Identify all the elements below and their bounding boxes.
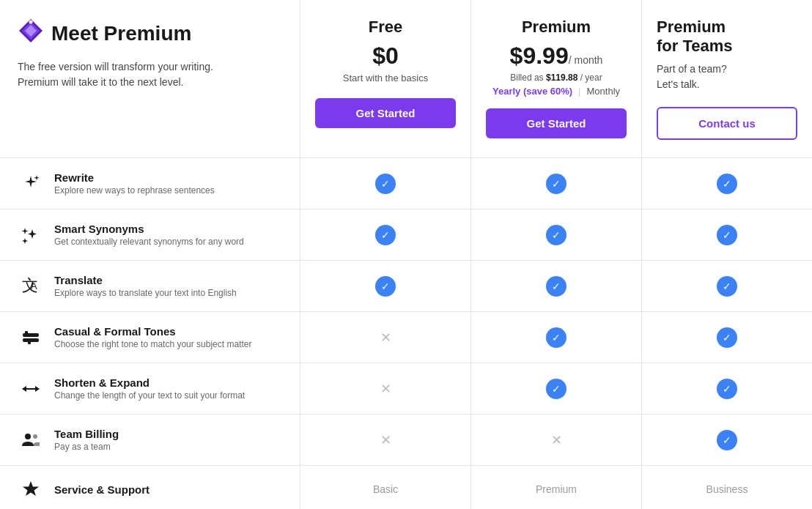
support-free-level: Basic [300,466,471,509]
premium-price-period: / month [569,54,603,66]
feature-info-tones: Casual & Formal Tones Choose the right t… [0,312,300,363]
check-icon: ✓ [375,276,396,297]
translate-icon: 文 A [21,276,41,297]
premium-support-label: Premium [536,483,577,495]
billing-teams-check: ✓ [642,415,812,465]
sparkles2-icon [21,225,41,245]
tones-icon [21,327,41,348]
premium-plan-price: $9.99/ month [510,42,603,70]
billing-toggle: Yearly (save 60%) | Monthly [492,86,620,97]
free-plan-tagline: Start with the basics [343,73,428,83]
tones-icon-wrap [18,327,44,348]
translate-text-wrap: Translate Explore ways to translate your… [54,274,237,298]
billing-premium-x: ✕ [471,415,642,465]
svg-point-10 [25,434,31,439]
check-icon: ✓ [717,430,737,450]
premium-get-started-button[interactable]: Get Started [486,108,627,138]
teams-plan-name: Premiumfor Teams [657,18,797,56]
shorten-desc: Change the length of your text to suit y… [54,390,245,401]
billing-yearly-label[interactable]: Yearly (save 60%) [492,86,572,97]
hero-column: Meet Premium The free version will trans… [0,0,300,157]
billing-text-wrap: Team Billing Pay as a team [54,428,119,452]
page-wrapper: Meet Premium The free version will trans… [0,0,812,509]
rewrite-free-check: ✓ [300,158,471,209]
free-plan-price: $0 [372,42,399,70]
hero-subtitle: The free version will transform your wri… [18,59,279,90]
free-plan-name: Free [369,18,402,37]
svg-rect-6 [23,333,39,337]
check-icon: ✓ [546,327,566,348]
team-icon [21,430,41,450]
feature-row-billing: Team Billing Pay as a team ✕ ✕ ✓ [0,415,812,466]
translate-desc: Explore ways to translate your text into… [54,288,237,298]
premium-plan-billed: Billed as $119.88 / year [510,73,602,83]
teams-plan-text: Part of a team?Let's talk. [657,62,797,92]
billing-monthly-label[interactable]: Monthly [587,86,621,97]
rewrite-text-wrap: Rewrite Explore new ways to rephrase sen… [54,171,215,196]
check-icon: ✓ [546,225,566,245]
support-icon-wrap [18,479,44,499]
free-support-label: Basic [373,483,398,495]
translate-name: Translate [54,274,237,286]
plan-col-teams: Premiumfor Teams Part of a team?Let's ta… [642,0,812,157]
star-icon [21,479,41,499]
rewrite-teams-check: ✓ [642,158,812,209]
rewrite-icon-wrap [18,174,44,194]
feature-info-support: Service & Support [0,466,300,509]
billing-desc: Pay as a team [54,442,119,452]
feature-row-support: Service & Support Basic Premium Business [0,466,812,509]
tones-free-x: ✕ [300,312,471,363]
check-icon: ✓ [546,379,566,399]
billing-name: Team Billing [54,428,119,440]
synonyms-teams-check: ✓ [642,209,812,260]
billing-free-x: ✕ [300,415,471,465]
shorten-icon-wrap [18,379,44,399]
billing-divider: | [578,86,580,97]
check-icon: ✓ [717,379,737,399]
billing-icon-wrap [18,430,44,450]
feature-info-translate: 文 A Translate Explore ways to translate … [0,261,300,311]
sparkles-icon [21,174,41,194]
features-table: Rewrite Explore new ways to rephrase sen… [0,158,812,509]
feature-info-billing: Team Billing Pay as a team [0,415,300,465]
feature-row-shorten: Shorten & Expand Change the length of yo… [0,363,812,415]
shorten-name: Shorten & Expand [54,376,245,389]
svg-rect-7 [23,338,39,342]
check-icon: ✓ [717,174,737,194]
support-teams-level: Business [642,466,812,509]
tones-premium-check: ✓ [471,312,642,363]
check-icon: ✓ [717,327,737,348]
x-mark-icon: ✕ [380,330,391,346]
x-mark-icon: ✕ [551,432,562,448]
translate-premium-check: ✓ [471,261,642,311]
synonyms-free-check: ✓ [300,209,471,260]
x-mark-icon: ✕ [380,381,391,397]
svg-rect-8 [25,331,28,334]
svg-rect-9 [28,341,31,344]
feature-info-synonyms: Smart Synonyms Get contextually relevant… [0,209,300,260]
support-name: Service & Support [54,483,150,496]
svg-text:A: A [31,280,37,291]
hero-title-row: Meet Premium [18,18,279,49]
translate-teams-check: ✓ [642,261,812,311]
plan-col-free: Free $0 Start with the basics Get Starte… [300,0,471,157]
x-mark-icon: ✕ [380,432,391,448]
shorten-premium-check: ✓ [471,363,642,414]
top-section: Meet Premium The free version will trans… [0,0,812,158]
tones-name: Casual & Formal Tones [54,325,251,338]
free-get-started-button[interactable]: Get Started [315,98,456,128]
svg-point-3 [29,21,33,24]
translate-free-check: ✓ [300,261,471,311]
tones-desc: Choose the right tone to match your subj… [54,339,251,349]
premium-billed-amount: $119.88 [546,73,577,83]
teams-contact-button[interactable]: Contact us [657,107,797,140]
feature-info-rewrite: Rewrite Explore new ways to rephrase sen… [0,158,300,209]
rewrite-name: Rewrite [54,171,215,184]
support-text-wrap: Service & Support [54,483,150,496]
check-icon: ✓ [546,174,566,194]
shorten-teams-check: ✓ [642,363,812,414]
synonyms-text-wrap: Smart Synonyms Get contextually relevant… [54,223,244,247]
tones-teams-check: ✓ [642,312,812,363]
check-icon: ✓ [717,276,737,297]
rewrite-premium-check: ✓ [471,158,642,209]
